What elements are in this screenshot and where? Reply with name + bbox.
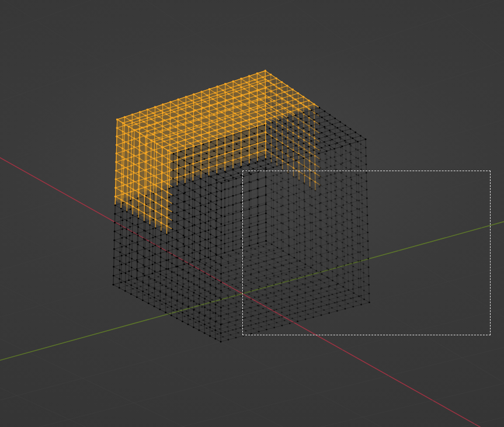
vertex[interactable] [339,305,341,307]
vertex[interactable] [194,191,196,193]
vertex[interactable] [252,269,254,270]
vertex-selected[interactable] [231,103,232,105]
vertex-selected[interactable] [265,123,266,124]
vertex[interactable] [119,261,121,262]
vertex[interactable] [273,314,275,315]
edge[interactable] [278,260,286,262]
vertex[interactable] [280,223,282,224]
vertex[interactable] [336,230,338,231]
vertex[interactable] [257,197,259,199]
vertex[interactable] [177,275,179,276]
vertex-selected[interactable] [232,150,234,152]
vertex[interactable] [130,209,131,210]
edge[interactable] [230,322,235,325]
vertex-selected[interactable] [177,124,179,126]
vertex[interactable] [148,268,150,269]
vertex[interactable] [302,297,304,298]
edge[interactable] [137,295,144,297]
vertex-selected[interactable] [265,113,266,115]
vertex-selected[interactable] [166,183,168,185]
vertex-selected[interactable] [239,100,241,102]
vertex[interactable] [360,304,362,306]
edge[interactable] [248,278,256,280]
vertex[interactable] [210,310,211,311]
edge[interactable] [244,232,251,234]
edge[interactable] [241,191,249,193]
vertex[interactable] [221,223,223,225]
edge[interactable] [305,219,310,223]
vertex[interactable] [223,272,224,274]
vertex-selected[interactable] [161,222,162,224]
edge[interactable] [359,198,367,200]
edge[interactable] [252,303,258,306]
vertex[interactable] [265,289,266,291]
vertex[interactable] [178,223,179,225]
edge[interactable] [156,301,162,304]
vertex-selected[interactable] [126,202,128,204]
edge[interactable] [289,281,297,283]
vertex[interactable] [126,237,127,239]
vertex[interactable] [172,169,174,171]
vertex[interactable] [220,256,222,258]
vertex[interactable] [204,222,206,224]
vertex[interactable] [175,304,176,306]
vertex[interactable] [160,248,162,249]
vertex[interactable] [235,303,237,304]
vertex[interactable] [356,191,358,193]
edge[interactable] [321,278,329,280]
vertex-selected[interactable] [155,159,157,161]
vertex[interactable] [225,266,227,268]
vertex[interactable] [342,259,344,261]
edge[interactable] [115,220,123,223]
edge[interactable] [210,305,215,308]
edge[interactable] [256,276,265,278]
edge[interactable] [276,294,284,296]
vertex[interactable] [273,233,274,235]
vertex[interactable] [350,210,352,212]
vertex[interactable] [200,178,201,179]
edge[interactable] [228,166,233,170]
vertex[interactable] [172,310,174,311]
edge[interactable] [289,210,297,213]
vertex[interactable] [352,137,354,139]
edge[interactable] [337,143,342,147]
edge[interactable] [266,184,273,186]
vertex[interactable] [280,256,281,258]
edge-selected[interactable] [315,147,320,151]
edge[interactable] [215,337,223,339]
vertex-selected[interactable] [147,117,148,119]
vertex[interactable] [326,276,328,278]
vertex[interactable] [121,255,123,256]
edge[interactable] [142,298,150,300]
vertex-selected[interactable] [251,85,253,87]
vertex[interactable] [281,282,283,283]
edge[interactable] [185,217,193,219]
vertex[interactable] [360,135,362,137]
vertex[interactable] [290,141,291,143]
edge[interactable] [249,225,258,227]
vertex[interactable] [137,279,138,280]
vertex-selected[interactable] [212,98,214,100]
edge[interactable] [298,140,304,144]
vertex-selected[interactable] [308,134,310,136]
vertex[interactable] [137,252,139,254]
vertex-selected[interactable] [144,178,146,180]
vertex[interactable] [274,267,276,269]
vertex-selected[interactable] [161,154,163,156]
vertex[interactable] [299,289,301,290]
vertex[interactable] [267,283,269,285]
vertex[interactable] [341,224,343,226]
vertex-selected[interactable] [216,94,218,96]
edge[interactable] [199,328,207,330]
edge[interactable] [166,243,172,246]
edge[interactable] [256,324,261,327]
vertex[interactable] [310,308,312,310]
vertex-selected[interactable] [298,136,300,137]
vertex[interactable] [315,252,317,254]
edge[interactable] [231,335,236,338]
vertex[interactable] [311,172,312,173]
edge[interactable] [325,154,331,158]
vertex[interactable] [134,283,135,284]
vertex[interactable] [346,218,348,220]
vertex[interactable] [143,230,145,231]
